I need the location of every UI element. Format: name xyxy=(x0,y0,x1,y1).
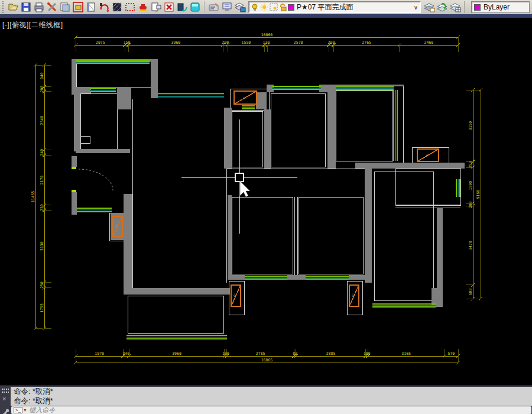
svg-text:2540: 2540 xyxy=(40,116,44,125)
svg-text:3960: 3960 xyxy=(172,351,181,356)
save-icon[interactable] xyxy=(20,1,33,14)
palette-icon[interactable] xyxy=(189,1,202,14)
svg-text:940: 940 xyxy=(40,72,44,79)
svg-text:220: 220 xyxy=(40,204,44,211)
lightbulb-icon[interactable] xyxy=(250,2,259,12)
svg-text:16065: 16065 xyxy=(261,358,273,363)
svg-text:2570: 2570 xyxy=(294,40,303,45)
svg-text:100: 100 xyxy=(364,351,371,356)
layer-dropdown[interactable]: P★07 平面完成面 ∨ xyxy=(248,1,421,13)
freeze-select-icon[interactable] xyxy=(269,2,278,12)
svg-text:100: 100 xyxy=(468,201,473,208)
express-tools-icon[interactable] xyxy=(59,1,72,14)
command-panel-grip[interactable] xyxy=(2,389,9,393)
svg-text:1550: 1550 xyxy=(242,40,251,45)
chevron-down-icon[interactable]: ∨ xyxy=(414,4,418,11)
wrench-icon[interactable] xyxy=(2,407,10,414)
svg-text:570: 570 xyxy=(447,351,455,356)
sun-icon[interactable] xyxy=(259,2,269,12)
unlock-icon[interactable] xyxy=(278,2,288,12)
svg-text:1755: 1755 xyxy=(40,303,44,313)
prompt-icon[interactable]: >_ xyxy=(14,407,22,413)
command-history: 命令: *取消* 命令: *取消* xyxy=(11,387,532,406)
svg-text:3130: 3130 xyxy=(40,241,44,251)
svg-text:240: 240 xyxy=(40,149,44,156)
current-layer-name: P★07 平面完成面 xyxy=(297,2,414,12)
viewport-controls-label[interactable]: [-][俯视][二维线框] xyxy=(2,20,63,30)
svg-text:AC: AC xyxy=(425,153,430,157)
svg-text:3165: 3165 xyxy=(401,351,411,356)
floor-plan: 1606020751503960200155013025702002765246… xyxy=(0,18,532,386)
toolbar-grip[interactable] xyxy=(2,1,5,13)
svg-text:11465: 11465 xyxy=(31,191,35,203)
svg-text:1590: 1590 xyxy=(468,181,473,190)
svg-text:240: 240 xyxy=(122,351,129,356)
drawing-area[interactable]: [-][俯视][二维线框] xyxy=(0,18,532,386)
svg-text:200: 200 xyxy=(40,85,44,92)
prompt-dropdown-icon[interactable]: ▾ xyxy=(24,407,26,413)
block-editor-icon[interactable] xyxy=(72,1,85,14)
svg-text:600: 600 xyxy=(468,288,473,295)
rotate-2-icon[interactable] xyxy=(98,1,111,14)
door-swing-arc xyxy=(79,169,113,190)
svg-text:200: 200 xyxy=(328,40,335,45)
publish-icon[interactable] xyxy=(150,1,163,14)
crosshair-cursor xyxy=(181,119,297,234)
close-icon[interactable]: × xyxy=(2,395,6,402)
plot-icon[interactable] xyxy=(137,1,150,14)
layer-properties-icon[interactable] xyxy=(423,1,436,14)
walls xyxy=(72,59,465,307)
layer-previous-icon[interactable] xyxy=(436,1,449,14)
hatch-icon[interactable] xyxy=(111,1,124,14)
command-placeholder: 键入命令 xyxy=(29,406,55,414)
delete-icon[interactable] xyxy=(163,1,176,14)
svg-text:2170: 2170 xyxy=(40,176,44,185)
svg-text:2460: 2460 xyxy=(424,40,434,45)
svg-text:100: 100 xyxy=(222,351,229,356)
lisp-icon[interactable] xyxy=(207,1,220,14)
svg-text:3960: 3960 xyxy=(171,40,181,45)
boundary-icon[interactable] xyxy=(124,1,137,14)
svg-text:2785: 2785 xyxy=(256,351,265,356)
tools-icon[interactable] xyxy=(46,1,59,14)
svg-text:16060: 16060 xyxy=(261,33,273,37)
bylayer-label: ByLayer xyxy=(484,3,510,11)
toolbar-separator xyxy=(204,1,205,13)
svg-text:3470: 3470 xyxy=(468,241,473,250)
svg-text:250: 250 xyxy=(468,161,473,168)
mouse-arrow-icon xyxy=(240,181,250,197)
toolbar-separator xyxy=(464,1,465,13)
bylayer-color-swatch[interactable] xyxy=(474,4,481,11)
svg-text:2885: 2885 xyxy=(326,351,336,356)
pickbox xyxy=(235,173,244,182)
layer-translate-icon[interactable] xyxy=(233,1,246,14)
layer-states-icon[interactable] xyxy=(449,1,462,14)
svg-text:2075: 2075 xyxy=(96,40,105,45)
svg-text:AC: AC xyxy=(242,95,247,100)
open-icon[interactable] xyxy=(7,1,20,14)
svg-text:200: 200 xyxy=(222,40,229,45)
autocad-window: P★07 平面完成面 ∨ ByLayer [-][俯视][二维线框] xyxy=(0,0,532,414)
svg-text:1970: 1970 xyxy=(95,351,104,356)
sketchbook-icon[interactable] xyxy=(85,1,98,14)
svg-text:250: 250 xyxy=(40,282,44,289)
svg-text:80: 80 xyxy=(293,351,297,356)
command-history-line: 命令: *取消* xyxy=(14,387,532,396)
svg-text:3150: 3150 xyxy=(468,121,473,131)
layer-color-swatch[interactable] xyxy=(288,4,294,11)
svg-text:2765: 2765 xyxy=(362,40,371,45)
command-history-line: 命令: *取消* xyxy=(14,396,532,406)
main-toolbar: P★07 平面完成面 ∨ ByLayer xyxy=(0,0,532,14)
color-dropdown[interactable]: ByLayer xyxy=(471,1,530,13)
svg-text:150: 150 xyxy=(124,40,131,45)
etransmit-icon[interactable] xyxy=(176,1,189,14)
svg-text:9160: 9160 xyxy=(476,190,481,199)
svg-text:130: 130 xyxy=(262,40,270,45)
system-monitor-icon[interactable] xyxy=(220,1,233,14)
command-input[interactable]: >_ ▾ 键入命令 xyxy=(11,406,531,414)
print-icon[interactable] xyxy=(33,1,46,14)
dimensions: 1606020751503960200155013025702002765246… xyxy=(31,33,482,364)
command-panel: × 命令: *取消* 命令: *取消* >_ ▾ 键入命令 xyxy=(0,386,532,414)
